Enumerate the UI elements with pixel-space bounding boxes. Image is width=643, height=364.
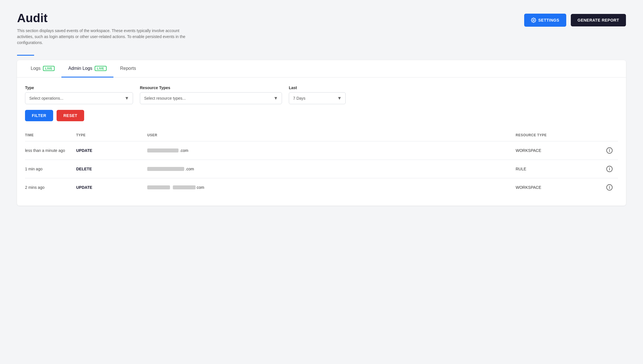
- page-description: This section displays saved events of th…: [17, 28, 193, 46]
- type-select-wrapper: Select operations... ▼: [25, 92, 133, 104]
- table-container: TIME TYPE USER RESOURCE TYPE less than a…: [25, 129, 618, 196]
- info-circle-icon: [606, 147, 613, 154]
- row1-user: .com: [147, 148, 516, 153]
- page-header: Audit This section displays saved events…: [17, 11, 626, 46]
- last-select-wrapper: 7 Days 30 Days 90 Days 1 Year ▼: [289, 92, 346, 104]
- type-filter-group: Type Select operations... ▼: [25, 85, 133, 104]
- col-head-user: USER: [147, 132, 516, 138]
- row1-user-suffix: .com: [180, 148, 188, 153]
- info-circle-icon: [606, 184, 613, 191]
- last-filter-label: Last: [289, 85, 346, 90]
- type-filter-label: Type: [25, 85, 133, 90]
- resource-select-wrapper: Select resource types... ▼: [140, 92, 282, 104]
- tabs-header: Logs LIVE Admin Logs LIVE Reports: [17, 60, 626, 78]
- row3-type: UPDATE: [76, 185, 147, 190]
- svg-point-0: [533, 20, 534, 21]
- resource-filter-label: Resource Types: [140, 85, 282, 90]
- tab-logs-live-badge: LIVE: [43, 66, 55, 71]
- row3-user-blurred-2: [173, 185, 196, 189]
- last-select[interactable]: 7 Days 30 Days 90 Days 1 Year: [289, 92, 346, 104]
- row2-resource-type: RULE: [516, 167, 601, 171]
- col-head-resource-type: RESOURCE TYPE: [516, 132, 601, 138]
- row2-user: .com: [147, 167, 516, 171]
- page-title: Audit: [17, 11, 193, 25]
- filter-button[interactable]: FILTER: [25, 110, 53, 121]
- tab-reports-label: Reports: [120, 66, 136, 71]
- row3-user-blurred-1: [147, 185, 170, 189]
- row2-type: DELETE: [76, 167, 147, 171]
- row2-user-suffix: .com: [185, 167, 194, 171]
- tab-reports[interactable]: Reports: [113, 60, 143, 78]
- reset-button[interactable]: RESET: [57, 110, 84, 121]
- table-row: less than a minute ago UPDATE .com WORKS…: [25, 141, 618, 160]
- col-head-time: TIME: [25, 132, 76, 138]
- filter-actions: FILTER RESET: [25, 110, 618, 121]
- col-head-actions: [601, 132, 618, 138]
- row1-time: less than a minute ago: [25, 148, 76, 154]
- content-area: Type Select operations... ▼ Resource Typ…: [17, 78, 626, 206]
- info-circle-icon: [606, 166, 613, 172]
- row3-user-suffix: com: [197, 185, 204, 190]
- tab-admin-logs-live-badge: LIVE: [95, 66, 107, 71]
- tab-underline-accent: [17, 55, 34, 56]
- settings-button[interactable]: SETTINGS: [524, 14, 566, 27]
- settings-label: SETTINGS: [538, 18, 559, 22]
- col-head-type: TYPE: [76, 132, 147, 138]
- row2-time: 1 min ago: [25, 166, 76, 172]
- table-header: TIME TYPE USER RESOURCE TYPE: [25, 129, 618, 141]
- row3-user: com: [147, 185, 516, 190]
- tab-admin-logs[interactable]: Admin Logs LIVE: [61, 60, 113, 78]
- table-row: 2 mins ago UPDATE com WORKSPACE: [25, 178, 618, 196]
- row1-info-icon[interactable]: [601, 147, 618, 154]
- generate-report-label: GENERATE REPORT: [578, 18, 619, 22]
- main-card: Logs LIVE Admin Logs LIVE Reports Type S…: [17, 60, 626, 206]
- filters-row: Type Select operations... ▼ Resource Typ…: [25, 85, 618, 104]
- row2-info-icon[interactable]: [601, 166, 618, 172]
- header-right: SETTINGS GENERATE REPORT: [524, 14, 626, 27]
- resource-select[interactable]: Select resource types...: [140, 92, 282, 104]
- gear-icon: [531, 18, 536, 23]
- header-left: Audit This section displays saved events…: [17, 11, 193, 46]
- generate-report-button[interactable]: GENERATE REPORT: [571, 14, 626, 26]
- row1-resource-type: WORKSPACE: [516, 148, 601, 153]
- row3-resource-type: WORKSPACE: [516, 185, 601, 190]
- tab-logs-label: Logs: [31, 66, 41, 71]
- row1-user-blurred: [147, 148, 179, 152]
- table-row: 1 min ago DELETE .com RULE: [25, 160, 618, 178]
- row2-user-blurred: [147, 167, 184, 171]
- row1-type: UPDATE: [76, 148, 147, 153]
- tab-admin-logs-label: Admin Logs: [68, 66, 92, 71]
- resource-filter-group: Resource Types Select resource types... …: [140, 85, 282, 104]
- type-select[interactable]: Select operations...: [25, 92, 133, 104]
- tab-logs[interactable]: Logs LIVE: [24, 60, 61, 78]
- last-filter-group: Last 7 Days 30 Days 90 Days 1 Year ▼: [289, 85, 346, 104]
- row3-info-icon[interactable]: [601, 184, 618, 191]
- row3-time: 2 mins ago: [25, 185, 76, 191]
